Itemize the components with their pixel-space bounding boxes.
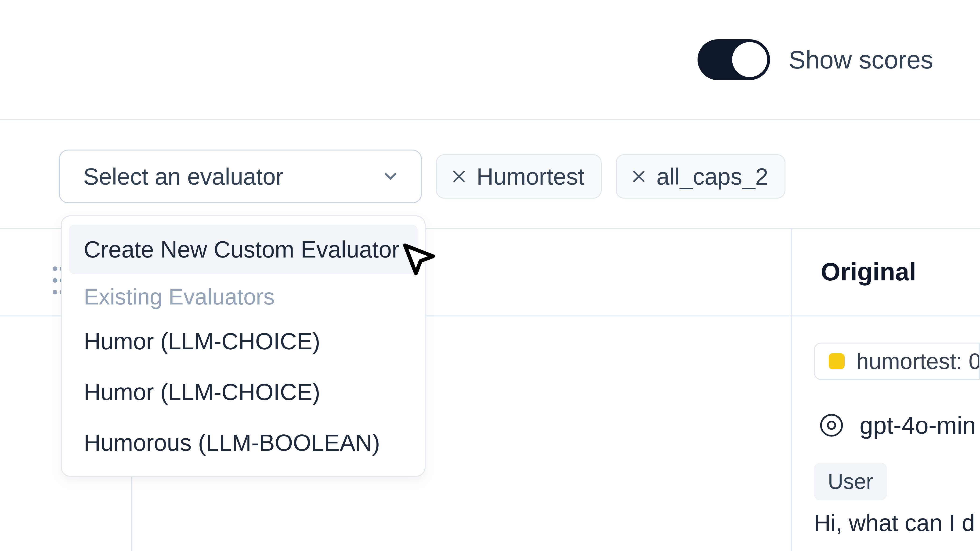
existing-evaluators-section-label: Existing Evaluators: [69, 275, 418, 315]
select-evaluator-placeholder: Select an evaluator: [83, 163, 283, 190]
evaluator-chip-humortest[interactable]: Humortest: [436, 154, 601, 198]
model-row: gpt-4o-min: [818, 411, 976, 439]
model-name: gpt-4o-min: [859, 411, 976, 439]
top-bar: Show scores: [0, 0, 980, 120]
evaluator-option[interactable]: Humor (LLM-CHOICE): [69, 317, 418, 366]
svg-point-8: [52, 290, 57, 294]
svg-point-10: [828, 422, 835, 429]
chip-label: Humortest: [477, 163, 584, 190]
evaluator-chip-all-caps-2[interactable]: all_caps_2: [616, 154, 786, 198]
chevron-down-icon: [381, 167, 400, 186]
create-custom-evaluator-item[interactable]: Create New Custom Evaluator: [69, 225, 418, 274]
show-scores-label: Show scores: [789, 45, 933, 74]
show-scores-toggle[interactable]: [698, 39, 770, 80]
score-badge: humortest: 0: [814, 343, 980, 380]
chip-label: all_caps_2: [656, 163, 768, 190]
column-header-original: Original: [821, 257, 916, 286]
close-icon[interactable]: [451, 168, 467, 184]
message-preview: Hi, what can I d: [814, 510, 975, 536]
toggle-knob: [732, 42, 767, 77]
select-evaluator-dropdown[interactable]: Select an evaluator: [59, 149, 422, 203]
close-icon[interactable]: [631, 168, 647, 184]
evaluator-option[interactable]: Humorous (LLM-BOOLEAN): [69, 418, 418, 467]
svg-point-6: [52, 278, 57, 283]
evaluator-dropdown-menu: Create New Custom Evaluator Existing Eva…: [61, 216, 426, 477]
evaluator-option[interactable]: Humor (LLM-CHOICE): [69, 367, 418, 417]
svg-point-4: [52, 267, 57, 271]
score-badge-text: humortest: 0: [856, 348, 980, 374]
openai-logo-icon: [818, 411, 846, 439]
divider: [791, 228, 792, 551]
filter-row: Select an evaluator Humortest all_caps_2: [59, 149, 786, 203]
score-color-swatch: [829, 353, 845, 369]
role-chip-user: User: [814, 463, 887, 500]
